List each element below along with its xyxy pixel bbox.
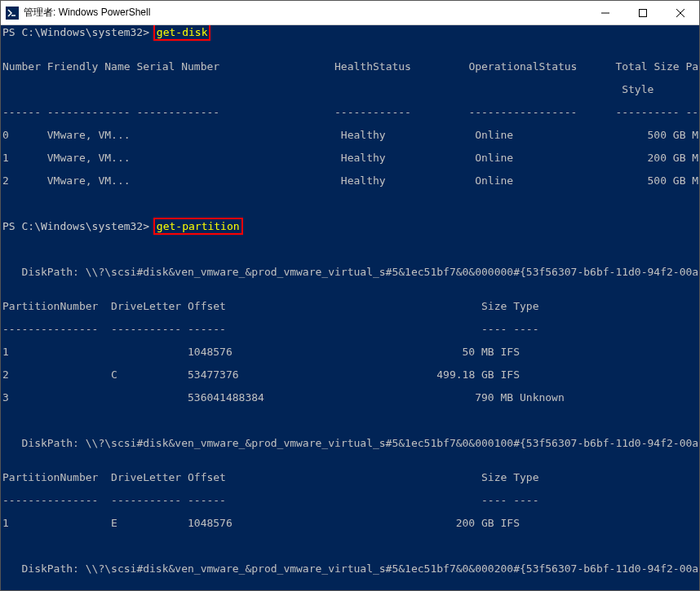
part-row: 2 C 53477376 499.18 GB IFS [2, 369, 698, 381]
terminal-content[interactable]: PS C:\Windows\system32> get-disk Number … [1, 25, 699, 590]
part-row: 3 536041488384 790 MB Unknown [2, 392, 698, 404]
disk-header: Number Friendly Name Serial Number Healt… [2, 61, 698, 73]
disk-row: 2 VMware, VM... Healthy Online 500 GB MB… [2, 175, 698, 187]
disk-row: 1 VMware, VM... Healthy Online 200 GB MB… [2, 152, 698, 164]
titlebar[interactable]: 管理者: Windows PowerShell [1, 1, 699, 25]
part-sep: --------------- ----------- ------ ---- … [2, 324, 698, 335]
powershell-icon [6, 7, 19, 20]
diskpath: DiskPath: \\?\scsi#disk&ven_vmware_&prod… [2, 563, 698, 575]
disk-row: 0 VMware, VM... Healthy Online 500 GB MB… [2, 130, 698, 141]
minimize-button[interactable] [587, 1, 624, 25]
part-header: PartitionNumber DriveLetter Offset Size … [2, 301, 698, 312]
command-getpartition: get-partition [156, 220, 241, 232]
prompt: PS C:\Windows\system32> [2, 220, 149, 232]
diskpath: DiskPath: \\?\scsi#disk&ven_vmware_&prod… [2, 438, 698, 449]
part-sep: --------------- ----------- ------ ---- … [2, 495, 698, 506]
disk-header-style: Style [2, 84, 698, 95]
part-row: 1 E 1048576 200 GB IFS [2, 518, 698, 529]
window-title: 管理者: Windows PowerShell [24, 6, 587, 20]
maximize-button[interactable] [624, 1, 662, 25]
close-button[interactable] [662, 1, 699, 25]
disk-sep: ------ ------------- ------------- -----… [2, 107, 698, 118]
part-row: 1 1048576 50 MB IFS [2, 346, 698, 358]
part-header: PartitionNumber DriveLetter Offset Size … [2, 472, 698, 483]
diskpath: DiskPath: \\?\scsi#disk&ven_vmware_&prod… [2, 267, 698, 278]
prompt: PS C:\Windows\system32> [2, 26, 149, 38]
powershell-window: 管理者: Windows PowerShell PS C:\Windows\sy… [0, 0, 700, 591]
svg-rect-2 [640, 9, 647, 16]
command-getdisk: get-disk [156, 26, 209, 38]
